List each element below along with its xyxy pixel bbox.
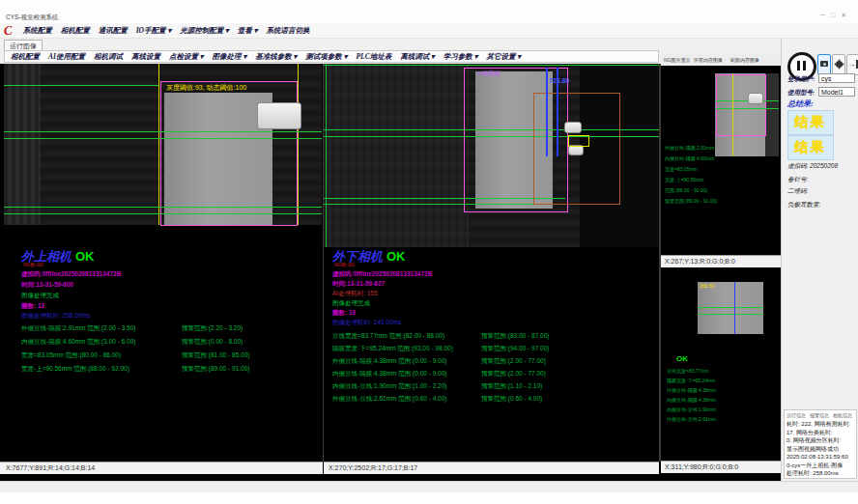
tool-baseline-params[interactable]: 基准线参数 ▾ <box>255 52 297 62</box>
measurement-row: 外侧豆线-豆线:2.61mm 范围:(0.60 - 4.00) <box>332 395 446 404</box>
menu-bar: C 系统配置 相机配置 通讯配置 IO手配置 ▾ 光源控制配置 ▾ 查看 ▾ 系… <box>0 23 858 39</box>
edge-line-vertical <box>326 64 327 247</box>
mid-camera-view[interactable]: AI检测框 723.80 <box>324 64 659 247</box>
settings-button[interactable] <box>832 54 845 75</box>
sidebar: → 登录用户: cys 使用型号: Model1 总结果: 结果 结果 虚拟码:… <box>781 39 858 481</box>
menu-item-view[interactable]: 查看 ▾ <box>238 26 258 36</box>
left-time: 时间:13-31-59-600 <box>21 281 73 290</box>
memory-line: 内侧豆线-豆线:1.90mm <box>667 406 716 412</box>
measure-line <box>732 73 733 156</box>
tool-test-params[interactable]: 测试项参数 ▾ <box>305 52 347 62</box>
camera-icon <box>820 61 828 67</box>
left-elapsed-time: 图像处理耗时: 298.00ms <box>21 312 90 321</box>
tab-all-memory-images[interactable]: 所有内存图像 <box>694 57 723 63</box>
tool-spotcheck-settings[interactable]: 点检设置 ▾ <box>169 52 204 62</box>
mid-cycle-count: 圈数: 13 <box>332 309 356 318</box>
left-camera-result: OK <box>75 249 95 264</box>
total-result-label: 总结果: <box>787 98 814 109</box>
mid-barcode: 虚拟码:0ffline2025020813313472B <box>332 270 432 279</box>
thumbnail-image <box>715 73 779 156</box>
menu-item-comm-config[interactable]: 通讯配置 <box>99 26 128 36</box>
mid-camera-result: OK <box>386 249 406 264</box>
memory-image-view-bottom[interactable]: 260.50 OK 豆线宽度=83.77mm 隔膜宽度-下=95.24mm 外侧… <box>661 267 781 461</box>
tab-ng-display[interactable]: NG图片显示 <box>664 57 691 63</box>
edge-line <box>324 204 565 205</box>
machine-texture <box>324 64 469 247</box>
memory-line: 宽度-上=90.56mm <box>665 177 703 182</box>
edge-line <box>324 65 659 66</box>
pause-icon <box>803 61 806 70</box>
memory-top-pixel-coords: X:267;Y:13;R:0;G:0;B:0 <box>665 258 735 265</box>
memory-line: 豆线宽度=83.77mm <box>667 368 709 374</box>
virtual-code-value: 虚拟码: 20250208 <box>787 162 838 171</box>
tab-alarm-info[interactable]: 报警信息 <box>810 412 829 418</box>
mid-time: 时间:13-31-59-627 <box>332 280 385 289</box>
measure-value-label: 723.80 <box>549 77 569 84</box>
login-user-field[interactable]: cys <box>818 73 855 83</box>
result-box-bottom: 结果 <box>787 135 834 160</box>
tool-learning-params[interactable]: 学习参数 ▾ <box>443 52 478 62</box>
edge-line <box>698 314 763 315</box>
tab-strip <box>0 39 858 50</box>
measurement-warn: 预警范围:(2.20 - 3.20) <box>182 324 243 333</box>
memory-top-coord-strip: X:267;Y:13;R:0;G:0;B:0 <box>661 255 781 267</box>
measurement-warn: 预警范围:(2.00 - 77.00) <box>481 370 546 378</box>
memory-line: 外侧豆线-豆线:2.61mm <box>667 416 716 422</box>
info-log-text: 耗时: 222, 网络检测耗时: 17, 网络分类耗时: 0, 网络视频分区耗时… <box>786 420 856 478</box>
menu-item-light-config[interactable]: 光源控制配置 ▾ <box>180 26 229 36</box>
minimize-button[interactable]: ─ <box>820 12 831 18</box>
camera-capture-button[interactable] <box>817 54 831 75</box>
measure-line-blue <box>546 68 548 156</box>
memory-line: 范围:(88.00 - 92.00) <box>665 187 707 193</box>
left-camera-view[interactable]: 灰度阈值:93, 动态阈值:100 <box>4 64 322 225</box>
info-panel: 运行信息 报警信息 相机信息 耗时: 222, 网络检测耗时: 17, 网络分类… <box>784 409 857 479</box>
reference-line <box>4 85 158 86</box>
measurement-warn: 预警范围:(94.00 - 97.00) <box>481 345 549 353</box>
memory-image-view-top[interactable]: 外侧豆线-隔膜:2.91mm 内侧豆线-隔膜:4.60mm 宽度=83.05mm… <box>661 66 781 255</box>
measure-value-label: 260.50 <box>700 283 714 289</box>
menu-item-io-config[interactable]: IO手配置 ▾ <box>136 26 171 36</box>
measure-line-right <box>298 64 299 225</box>
window-controls: ─□✕ <box>820 12 852 19</box>
menu-item-language-switch[interactable]: 系统语言切换 <box>266 26 309 36</box>
tool-plc-address-table[interactable]: PLC地址表 <box>356 52 391 62</box>
edge-line <box>698 307 763 308</box>
connector-part <box>257 102 301 129</box>
model-field[interactable]: Model1 <box>818 87 855 97</box>
tool-image-processing[interactable]: 图像处理 ▾ <box>213 52 247 62</box>
edge-line <box>4 207 322 208</box>
tool-other-settings[interactable]: 其它设置 ▾ <box>486 52 521 62</box>
measurement-row: 豆线宽度=83.77mm 范围:(82.00 - 88.00) <box>332 332 444 341</box>
mid-elapsed-time: 图像处理耗时: 143.00ms <box>332 319 401 327</box>
memory-panel-tabs: NG图片显示 所有内存图像 刷新内存图像 <box>661 54 781 66</box>
tool-offline-settings[interactable]: 离线设置 <box>131 52 160 62</box>
tab-camera-info[interactable]: 相机信息 <box>833 412 852 418</box>
measurement-warn: 预警范围:(89.00 - 91.00) <box>182 365 249 374</box>
maximize-button[interactable]: □ <box>831 12 841 18</box>
edge-line <box>715 100 779 101</box>
gear-icon <box>836 61 843 68</box>
qr-code-label: 二维码: <box>787 187 808 196</box>
tool-camera-debug[interactable]: 相机调试 <box>94 52 123 62</box>
left-coord-strip: X:7677;Y:891;R:14;G:14;B:14 <box>0 462 323 474</box>
logout-icon: → <box>847 60 858 69</box>
tool-ai-usage-config[interactable]: AI使用配置 <box>48 52 85 62</box>
edge-line <box>4 138 322 139</box>
memory-ok-label: OK <box>676 354 688 363</box>
tool-camera-config[interactable]: 相机配置 <box>11 52 40 62</box>
tool-offline-debug[interactable]: 离线调试 ▾ <box>400 52 435 62</box>
close-button[interactable]: ✕ <box>841 12 852 18</box>
tab-run-info[interactable]: 运行信息 <box>786 412 806 418</box>
exit-button[interactable]: → <box>846 54 858 75</box>
left-barcode: 虚拟码:0ffline2025020813313472B <box>21 270 121 279</box>
login-user-label: 登录用户: <box>787 75 815 84</box>
mid-ng-info: NG数:0|0 <box>334 262 355 267</box>
mid-pixel-coords: X:270;Y:2502;R:17;G:17;B:17 <box>329 464 417 471</box>
memory-line: 隔膜宽度-下=95.24mm <box>667 378 715 383</box>
tab-refresh-memory-images[interactable]: 刷新内存图像 <box>730 57 759 63</box>
menu-item-camera-config[interactable]: 相机配置 <box>61 26 90 36</box>
measurement-warn: 预警范围:(2.00 - 77.00) <box>481 357 546 366</box>
edge-line <box>4 131 322 132</box>
memory-line: 预警范围:(89.00 - 91.00) <box>665 198 717 204</box>
menu-item-system-config[interactable]: 系统配置 <box>23 26 52 36</box>
